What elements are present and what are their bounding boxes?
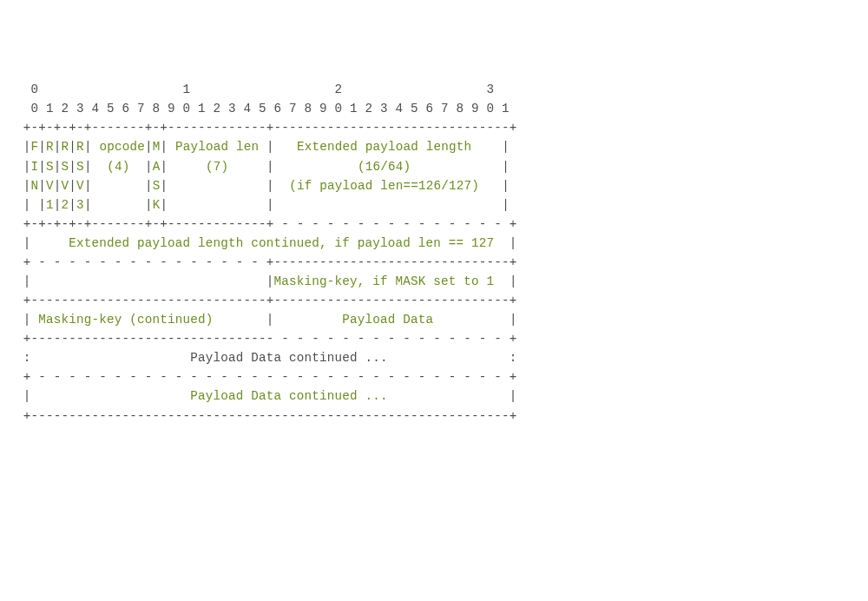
bit-rsv3: R bbox=[76, 140, 84, 154]
masking-key-continued: Masking-key (continued) bbox=[31, 313, 266, 327]
separator-long-dash: +-------------------------------- - - - … bbox=[16, 332, 517, 346]
separator-bottom: +---------------------------------------… bbox=[16, 409, 517, 423]
bit-header-tens: 0 1 2 3 bbox=[16, 83, 494, 96]
separator-dashed: + - - - - - - - - - - - - - - - - - - - … bbox=[16, 370, 517, 384]
bit-fin: F bbox=[31, 140, 39, 154]
masking-key-label: Masking-key, if MASK set to 1 bbox=[274, 274, 510, 288]
bit-rsv1: R bbox=[46, 140, 54, 154]
separator-top: +-+-+-+-+-------+-+-------------+-------… bbox=[16, 121, 517, 135]
row1-pipe: | bbox=[16, 140, 31, 154]
separator-after-bits: +-+-+-+-+-------+-+-------------+ - - - … bbox=[16, 217, 517, 231]
ext-payload-label: Extended payload length bbox=[274, 140, 503, 154]
opcode-label: opcode bbox=[92, 140, 145, 154]
payload-data-label: Payload Data bbox=[274, 313, 510, 327]
separator-full-1: +-------------------------------+-------… bbox=[16, 294, 517, 307]
payload-continued-1: Payload Data continued ... bbox=[31, 351, 510, 365]
ext-payload-continued: Extended payload length continued, if pa… bbox=[31, 236, 510, 250]
separator-before-mask: + - - - - - - - - - - - - - - - +-------… bbox=[16, 255, 517, 269]
payload-len-label: Payload len bbox=[168, 140, 266, 154]
bit-header-ones: 0 1 2 3 4 5 6 7 8 9 0 1 2 3 4 5 6 7 8 9 … bbox=[16, 102, 510, 116]
payload-continued-2: Payload Data continued ... bbox=[31, 389, 510, 403]
